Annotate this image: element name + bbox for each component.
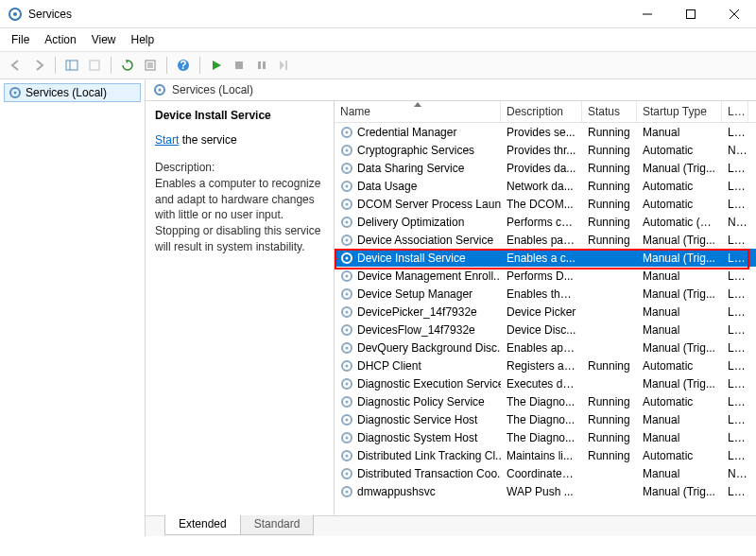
service-row[interactable]: Data Sharing ServiceProvides da...Runnin… (335, 159, 756, 177)
cell-status: Running (582, 430, 637, 445)
cell-description: Enables pair... (501, 233, 582, 248)
cell-name: Diagnostic System Host (335, 430, 501, 445)
cell-name: Credential Manager (335, 125, 501, 140)
cell-description: Registers an... (501, 358, 582, 374)
cell-name: Diagnostic Service Host (335, 412, 501, 427)
service-row[interactable]: DHCP ClientRegisters an...RunningAutomat… (335, 356, 756, 374)
cell-name: DevicesFlow_14f7932e (335, 322, 501, 338)
cell-startup: Automatic (637, 197, 722, 212)
column-description[interactable]: Description (501, 101, 582, 122)
service-row[interactable]: Device Association ServiceEnables pair..… (335, 231, 756, 249)
pause-service-button[interactable] (251, 55, 272, 76)
svg-point-26 (346, 148, 349, 151)
svg-point-20 (14, 92, 17, 95)
service-row[interactable]: Device Management Enroll...Performs D...… (335, 267, 756, 285)
content-header: Services (Local) (146, 79, 756, 101)
svg-rect-18 (285, 61, 287, 70)
cell-description: Enables a c... (501, 251, 582, 266)
start-service-button[interactable] (206, 55, 227, 76)
cell-status: Running (582, 215, 637, 230)
service-row[interactable]: Diagnostic System HostThe Diagno...Runni… (335, 428, 756, 446)
tab-extended[interactable]: Extended (164, 515, 241, 535)
svg-rect-15 (235, 61, 243, 69)
service-list: Name Description Status Startup Type Log… (335, 101, 756, 515)
service-row[interactable]: Diagnostic Service HostThe Diagno...Runn… (335, 410, 756, 428)
refresh-button[interactable] (117, 55, 138, 76)
column-log[interactable]: Log (722, 101, 748, 122)
close-button[interactable] (713, 0, 756, 28)
cell-name: Device Management Enroll... (335, 269, 501, 284)
service-row[interactable]: Distributed Transaction Coo...Coordinate… (335, 464, 756, 482)
back-button[interactable] (6, 55, 26, 76)
svg-point-28 (346, 166, 349, 169)
cell-startup: Manual (Trig... (637, 484, 722, 499)
cell-name: DevQuery Background Disc... (335, 340, 501, 356)
service-row[interactable]: Data UsageNetwork da...RunningAutomaticL… (335, 177, 756, 195)
cell-description: WAP Push ... (501, 484, 582, 499)
cell-status (582, 383, 637, 385)
cell-log: Loc (722, 233, 748, 248)
cell-description: Provides se... (501, 125, 582, 140)
service-row[interactable]: DCOM Server Process Laun...The DCOM...Ru… (335, 195, 756, 213)
menu-action[interactable]: Action (37, 30, 83, 49)
service-row[interactable]: Cryptographic ServicesProvides thr...Run… (335, 141, 756, 159)
service-row[interactable]: DevicePicker_14f7932eDevice PickerManual… (335, 303, 756, 321)
sidebar-item-services-local[interactable]: Services (Local) (4, 83, 141, 102)
titlebar: Services (0, 0, 756, 28)
svg-text:?: ? (180, 59, 186, 72)
cell-startup: Manual (637, 430, 722, 445)
service-row[interactable]: Distributed Link Tracking Cl...Maintains… (335, 446, 756, 464)
menu-view[interactable]: View (84, 30, 124, 49)
svg-point-64 (346, 490, 349, 493)
tab-standard[interactable]: Standard (240, 515, 315, 535)
menubar: File Action View Help (0, 28, 756, 51)
cell-status: Running (582, 394, 637, 409)
cell-startup: Manual (637, 125, 722, 140)
svg-rect-17 (263, 61, 266, 69)
cell-status: Running (582, 125, 637, 140)
service-row[interactable]: Delivery OptimizationPerforms co...Runni… (335, 213, 756, 231)
app-icon (8, 7, 23, 22)
svg-rect-8 (90, 61, 99, 70)
svg-point-60 (346, 454, 349, 457)
column-startup[interactable]: Startup Type (637, 101, 722, 122)
help-button[interactable]: ? (173, 55, 194, 76)
service-row[interactable]: Diagnostic Policy ServiceThe Diagno...Ru… (335, 392, 756, 410)
column-name[interactable]: Name (335, 101, 501, 122)
cell-status (582, 275, 637, 277)
cell-description: The DCOM... (501, 197, 582, 212)
service-row[interactable]: dmwappushsvcWAP Push ...Manual (Trig...L… (335, 482, 756, 500)
column-status[interactable]: Status (582, 101, 637, 122)
cell-name: Diagnostic Policy Service (335, 394, 501, 409)
cell-name: Distributed Link Tracking Cl... (335, 448, 501, 463)
menu-file[interactable]: File (4, 30, 37, 49)
properties-button[interactable] (140, 55, 161, 76)
cell-status: Running (582, 233, 637, 248)
service-row[interactable]: Credential ManagerProvides se...RunningM… (335, 123, 756, 141)
cell-status (582, 311, 637, 313)
minimize-button[interactable] (626, 0, 669, 28)
cell-description: Enables app... (501, 340, 582, 356)
svg-point-44 (346, 310, 349, 313)
service-row[interactable]: Device Setup ManagerEnables the ...Manua… (335, 285, 756, 303)
cell-startup: Automatic (637, 448, 722, 463)
start-link[interactable]: Start (155, 133, 179, 147)
gear-icon (153, 83, 166, 96)
service-row[interactable]: Device Install ServiceEnables a c...Manu… (335, 249, 756, 267)
stop-service-button[interactable] (229, 55, 249, 76)
service-row[interactable]: DevicesFlow_14f7932eDevice Disc...Manual… (335, 321, 756, 339)
service-row[interactable]: DevQuery Background Disc...Enables app..… (335, 339, 756, 356)
show-hide-tree-button[interactable] (61, 55, 82, 76)
restart-service-button[interactable] (274, 55, 295, 76)
cell-status (582, 473, 637, 475)
toolbar: ? (0, 51, 756, 79)
cell-description: Network da... (501, 179, 582, 194)
cell-name: Device Install Service (335, 251, 501, 266)
export-list-button[interactable] (84, 55, 105, 76)
list-rows[interactable]: Credential ManagerProvides se...RunningM… (335, 123, 756, 515)
menu-help[interactable]: Help (124, 30, 163, 49)
cell-description: Enables the ... (501, 287, 582, 302)
forward-button[interactable] (28, 55, 49, 76)
maximize-button[interactable] (669, 0, 713, 28)
service-row[interactable]: Diagnostic Execution ServiceExecutes dia… (335, 374, 756, 392)
